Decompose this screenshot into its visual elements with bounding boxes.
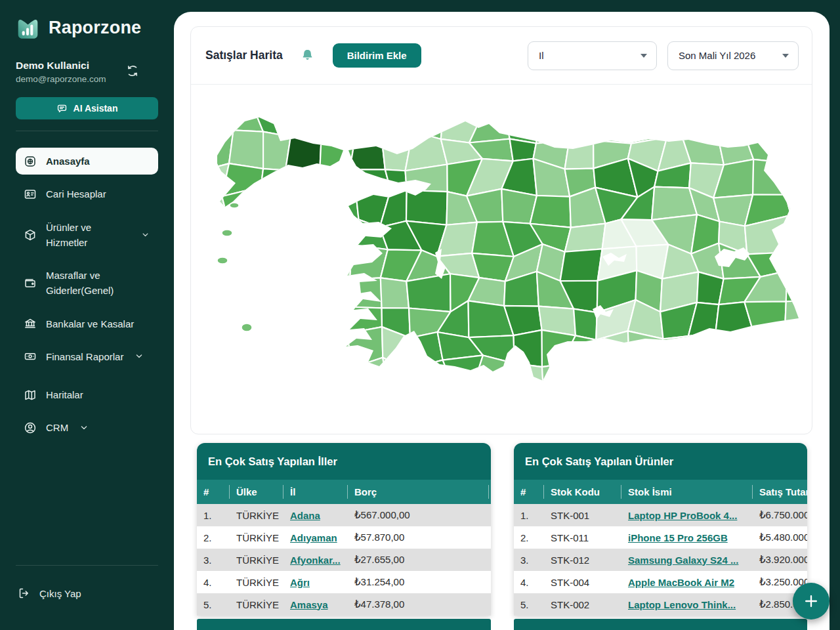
map-province[interactable]: [807, 219, 812, 250]
column-header[interactable]: Stok İsmi: [621, 480, 753, 504]
map-province[interactable]: [776, 110, 812, 134]
sidebar-item-crm[interactable]: CRM: [16, 414, 158, 441]
map-province[interactable]: [806, 301, 812, 340]
map-province[interactable]: [229, 130, 263, 169]
ai-assistant-button[interactable]: AI Asistan: [16, 97, 158, 119]
fiscal-year-dropdown[interactable]: Son Mali Yıl 2026: [667, 41, 799, 70]
sidebar-item-anasayfa[interactable]: Anasayfa: [16, 148, 158, 175]
map-province[interactable]: [781, 245, 812, 276]
map-province[interactable]: [780, 329, 812, 368]
map-province[interactable]: [443, 355, 483, 386]
map-province[interactable]: [350, 134, 385, 170]
map-province[interactable]: [561, 364, 602, 392]
map-province[interactable]: [560, 249, 602, 281]
map-province[interactable]: [352, 220, 388, 250]
map-province[interactable]: [255, 359, 293, 398]
map-province[interactable]: [755, 330, 785, 366]
map-province[interactable]: [406, 190, 448, 225]
sidebar-item-bankalar-ve-kasalar[interactable]: Bankalar ve Kasalar: [16, 310, 158, 337]
map-province[interactable]: [350, 169, 390, 197]
map-province[interactable]: [652, 336, 692, 361]
map-province[interactable]: [715, 332, 755, 367]
map-province[interactable]: [510, 139, 536, 161]
map-province[interactable]: [530, 196, 571, 228]
map-province[interactable]: [780, 364, 812, 394]
map-province[interactable]: [406, 274, 450, 312]
row-link[interactable]: Amasya: [290, 599, 328, 610]
map-province[interactable]: [222, 384, 255, 421]
sync-icon[interactable]: [125, 64, 140, 78]
map-province[interactable]: [807, 189, 812, 226]
map-province[interactable]: [631, 104, 667, 144]
map-province[interactable]: [265, 248, 295, 281]
map-province[interactable]: [786, 271, 812, 302]
map-province[interactable]: [717, 388, 756, 423]
map-province[interactable]: [786, 384, 812, 419]
map-province[interactable]: [265, 330, 293, 365]
map-province[interactable]: [382, 107, 413, 142]
map-province[interactable]: [196, 304, 236, 336]
row-link[interactable]: Apple MacBook Air M2: [628, 577, 734, 588]
map-province[interactable]: [683, 106, 725, 139]
sidebar-item-urunler-ve-hizmetler[interactable]: Ürünler ve Hizmetler: [16, 214, 158, 257]
map-province[interactable]: [285, 133, 322, 171]
map-province[interactable]: [314, 306, 352, 334]
map-province[interactable]: [196, 333, 236, 368]
map-province[interactable]: [629, 361, 663, 393]
map-province[interactable]: [744, 302, 786, 337]
column-header[interactable]: Borç: [348, 480, 489, 504]
map-province[interactable]: [561, 385, 602, 425]
map-province[interactable]: [285, 188, 320, 217]
map-province[interactable]: [592, 385, 634, 425]
sidebar-item-masraflar-ve-giderler[interactable]: Masraflar ve Giderler(Genel): [16, 262, 158, 304]
map-province[interactable]: [387, 385, 417, 422]
map-province[interactable]: [347, 385, 387, 417]
map-province[interactable]: [514, 330, 542, 367]
map-province[interactable]: [657, 104, 691, 139]
map-province[interactable]: [806, 329, 812, 368]
map-province[interactable]: [753, 159, 789, 195]
map-province[interactable]: [694, 388, 728, 423]
column-header[interactable]: Ülke: [230, 480, 284, 504]
map-province[interactable]: [473, 386, 512, 415]
map-province[interactable]: [313, 329, 356, 367]
map-province[interactable]: [261, 169, 297, 188]
map-province[interactable]: [285, 170, 320, 190]
map-province[interactable]: [285, 248, 320, 280]
map-province[interactable]: [717, 107, 752, 139]
map-province[interactable]: [224, 218, 265, 256]
sidebar-item-cari-hesaplar[interactable]: Cari Hesaplar: [16, 180, 158, 207]
map-province[interactable]: [313, 362, 356, 387]
map-province[interactable]: [385, 169, 407, 190]
map-province[interactable]: [316, 169, 356, 197]
row-link[interactable]: Adıyaman: [290, 532, 337, 543]
map-island[interactable]: [242, 324, 252, 331]
map-province[interactable]: [747, 389, 790, 421]
column-header[interactable]: Stok Kodu: [544, 480, 621, 504]
map-province[interactable]: [499, 393, 543, 413]
map-province[interactable]: [542, 330, 576, 367]
map-province[interactable]: [790, 133, 812, 165]
map-province[interactable]: [255, 187, 297, 219]
column-header[interactable]: #: [514, 480, 544, 504]
map-province[interactable]: [592, 364, 634, 388]
map-province[interactable]: [407, 332, 442, 369]
map-province[interactable]: [316, 385, 353, 417]
map-province[interactable]: [569, 104, 599, 141]
map-province[interactable]: [652, 360, 694, 392]
map-province[interactable]: [410, 102, 444, 139]
map-province[interactable]: [319, 245, 352, 280]
map-province[interactable]: [506, 104, 544, 143]
column-header[interactable]: #: [197, 480, 230, 504]
map-province[interactable]: [406, 384, 452, 422]
map-province[interactable]: [316, 190, 358, 220]
map-province[interactable]: [286, 359, 315, 398]
map-province[interactable]: [347, 358, 387, 388]
column-header[interactable]: İl: [284, 480, 348, 504]
turkey-choropleth-map[interactable]: [191, 85, 812, 434]
map-province[interactable]: [499, 364, 543, 398]
map-province[interactable]: [536, 104, 570, 143]
map-province[interactable]: [191, 390, 228, 419]
map-province[interactable]: [224, 273, 267, 305]
map-province[interactable]: [234, 103, 263, 132]
